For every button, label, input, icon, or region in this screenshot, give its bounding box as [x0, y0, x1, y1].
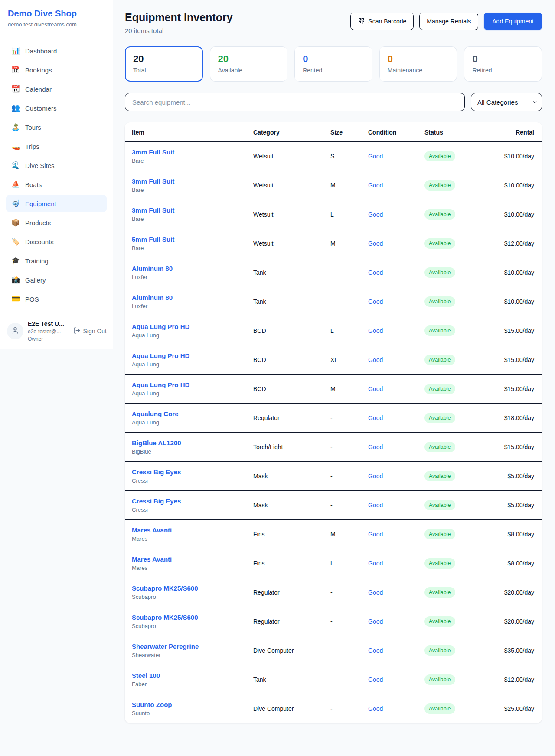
status-cell: Available — [418, 607, 478, 636]
stat-card-maintenance[interactable]: 0Maintenance — [379, 46, 457, 82]
item-category: Torch/Light — [246, 433, 323, 462]
item-name-link[interactable]: BigBlue AL1200 — [132, 439, 181, 447]
stat-value: 20 — [218, 53, 280, 64]
item-name-link[interactable]: Aqualung Core — [132, 410, 179, 417]
sign-out-button[interactable]: Sign Out — [73, 327, 107, 335]
stat-value: 0 — [472, 53, 534, 64]
condition-cell: Good — [361, 375, 418, 404]
item-category: Wetsuit — [246, 229, 323, 258]
category-select[interactable]: All Categories — [471, 93, 542, 111]
item-condition-link[interactable]: Good — [368, 182, 383, 189]
sidebar-item-dive-sites[interactable]: 🌊Dive Sites — [6, 157, 107, 174]
item-name-link[interactable]: Shearwater Peregrine — [132, 643, 199, 650]
item-condition-link[interactable]: Good — [368, 531, 383, 538]
item-name-link[interactable]: Suunto Zoop — [132, 701, 172, 708]
sidebar-item-trips[interactable]: 🚤Trips — [6, 138, 107, 155]
status-badge: Available — [424, 616, 455, 627]
item-condition-link[interactable]: Good — [368, 153, 383, 160]
sidebar-item-customers[interactable]: 👥Customers — [6, 99, 107, 117]
status-cell: Available — [418, 142, 478, 171]
condition-cell: Good — [361, 520, 418, 549]
sidebar-item-bookings[interactable]: 📅Bookings — [6, 61, 107, 79]
item-size: XL — [323, 345, 361, 375]
search-input[interactable] — [125, 93, 465, 111]
stat-card-rented[interactable]: 0Rented — [294, 46, 372, 82]
item-rental: $10.00/day — [478, 171, 542, 200]
item-condition-link[interactable]: Good — [368, 444, 383, 450]
status-badge: Available — [424, 355, 455, 365]
add-equipment-button[interactable]: Add Equipment — [484, 13, 542, 30]
item-brand: Aqua Lung — [132, 419, 246, 426]
item-condition-link[interactable]: Good — [368, 414, 383, 421]
sidebar-item-dashboard[interactable]: 📊Dashboard — [6, 42, 107, 59]
sidebar-nav: 📊Dashboard📅Bookings📆Calendar👥Customers🏝️… — [0, 35, 113, 314]
stat-value: 0 — [303, 53, 364, 64]
table-row: Aluminum 80LuxferTank-GoodAvailable$10.0… — [125, 258, 542, 287]
item-condition-link[interactable]: Good — [368, 298, 383, 305]
item-name-link[interactable]: 3mm Full Suit — [132, 148, 174, 156]
item-name-link[interactable]: Aqua Lung Pro HD — [132, 381, 189, 388]
sidebar-item-tours[interactable]: 🏝️Tours — [6, 118, 107, 136]
item-condition-link[interactable]: Good — [368, 327, 383, 334]
item-condition-link[interactable]: Good — [368, 385, 383, 392]
status-badge: Available — [424, 529, 455, 540]
item-category: Fins — [246, 520, 323, 549]
item-condition-link[interactable]: Good — [368, 705, 383, 712]
sidebar-item-pos[interactable]: 💳POS — [6, 290, 107, 308]
table-row: 3mm Full SuitBareWetsuitMGoodAvailable$1… — [125, 171, 542, 200]
item-name-link[interactable]: Aqua Lung Pro HD — [132, 323, 189, 330]
stat-card-available[interactable]: 20Available — [210, 46, 288, 82]
stat-label: Retired — [472, 67, 534, 74]
item-category: Wetsuit — [246, 200, 323, 229]
item-cell: Scubapro MK25/S600Scubapro — [125, 607, 246, 636]
item-name-link[interactable]: 5mm Full Suit — [132, 236, 174, 243]
sidebar-item-gallery[interactable]: 📸Gallery — [6, 271, 107, 289]
sidebar-item-training[interactable]: 🎓Training — [6, 252, 107, 270]
item-brand: BigBlue — [132, 448, 246, 455]
item-condition-link[interactable]: Good — [368, 589, 383, 596]
sidebar-item-equipment[interactable]: 🤿Equipment — [6, 195, 107, 212]
item-name-link[interactable]: 3mm Full Suit — [132, 207, 174, 214]
scan-barcode-button[interactable]: Scan Barcode — [350, 13, 414, 30]
item-name-link[interactable]: Aluminum 80 — [132, 294, 173, 301]
sidebar-item-calendar[interactable]: 📆Calendar — [6, 80, 107, 98]
item-condition-link[interactable]: Good — [368, 560, 383, 567]
item-name-link[interactable]: Steel 100 — [132, 672, 160, 679]
item-condition-link[interactable]: Good — [368, 502, 383, 509]
item-rental: $18.00/day — [478, 404, 542, 433]
stat-card-total[interactable]: 20Total — [125, 46, 203, 82]
item-condition-link[interactable]: Good — [368, 676, 383, 683]
item-name-link[interactable]: Mares Avanti — [132, 526, 172, 534]
item-condition-link[interactable]: Good — [368, 473, 383, 480]
header-actions: Scan Barcode Manage Rentals Add Equipmen… — [350, 13, 542, 30]
item-brand: Faber — [132, 681, 246, 687]
status-badge: Available — [424, 587, 455, 598]
item-condition-link[interactable]: Good — [368, 356, 383, 363]
sidebar-item-discounts[interactable]: 🏷️Discounts — [6, 233, 107, 250]
sign-out-icon — [73, 327, 81, 335]
item-size: - — [323, 433, 361, 462]
sidebar-item-boats[interactable]: ⛵Boats — [6, 176, 107, 193]
manage-rentals-button[interactable]: Manage Rentals — [419, 13, 478, 30]
stat-card-retired[interactable]: 0Retired — [464, 46, 542, 82]
item-name-link[interactable]: Aluminum 80 — [132, 265, 173, 272]
sidebar-item-products[interactable]: 📦Products — [6, 214, 107, 231]
status-cell: Available — [418, 258, 478, 287]
item-rental: $25.00/day — [478, 694, 542, 723]
item-name-link[interactable]: Aqua Lung Pro HD — [132, 352, 189, 359]
item-name-link[interactable]: 3mm Full Suit — [132, 177, 174, 185]
item-name-link[interactable]: Cressi Big Eyes — [132, 468, 181, 476]
item-condition-link[interactable]: Good — [368, 211, 383, 218]
item-name-link[interactable]: Scubapro MK25/S600 — [132, 585, 198, 592]
item-name-link[interactable]: Scubapro MK25/S600 — [132, 614, 198, 621]
item-condition-link[interactable]: Good — [368, 269, 383, 276]
item-condition-link[interactable]: Good — [368, 240, 383, 247]
item-category: Wetsuit — [246, 171, 323, 200]
item-name-link[interactable]: Mares Avanti — [132, 555, 172, 563]
item-name-link[interactable]: Cressi Big Eyes — [132, 497, 181, 505]
item-condition-link[interactable]: Good — [368, 618, 383, 625]
item-brand: Mares — [132, 536, 246, 542]
condition-cell: Good — [361, 549, 418, 578]
condition-cell: Good — [361, 142, 418, 171]
item-condition-link[interactable]: Good — [368, 647, 383, 654]
